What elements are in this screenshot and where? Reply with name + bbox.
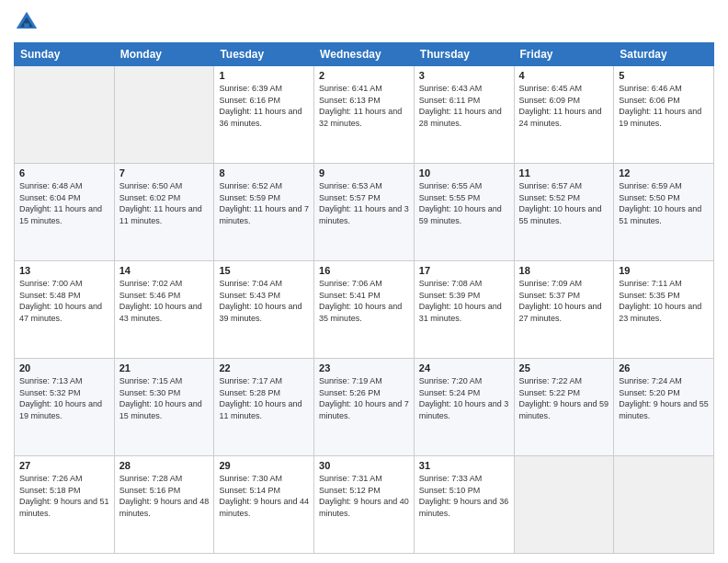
day-info: Sunrise: 7:19 AMSunset: 5:26 PMDaylight:… [319,375,409,421]
day-number: 23 [319,362,409,373]
calendar-week-row: 6Sunrise: 6:48 AMSunset: 6:04 PMDaylight… [15,164,714,261]
day-info: Sunrise: 6:50 AMSunset: 6:02 PMDaylight:… [119,180,210,226]
day-info: Sunrise: 7:17 AMSunset: 5:28 PMDaylight:… [219,375,309,421]
day-number: 17 [419,265,509,276]
day-number: 29 [219,460,309,471]
day-number: 9 [319,167,409,178]
day-info: Sunrise: 6:59 AMSunset: 5:50 PMDaylight:… [619,180,709,226]
calendar-cell: 1Sunrise: 6:39 AMSunset: 6:16 PMDaylight… [214,66,314,164]
calendar-cell: 5Sunrise: 6:46 AMSunset: 6:06 PMDaylight… [614,66,714,164]
calendar-cell: 9Sunrise: 6:53 AMSunset: 5:57 PMDaylight… [314,164,415,261]
day-number: 3 [419,70,509,81]
day-number: 2 [319,70,409,81]
day-number: 18 [519,265,609,276]
calendar-cell [15,66,115,164]
calendar-week-row: 20Sunrise: 7:13 AMSunset: 5:32 PMDayligh… [15,359,714,456]
calendar-cell: 18Sunrise: 7:09 AMSunset: 5:37 PMDayligh… [514,261,614,359]
day-number: 8 [219,167,309,178]
weekday-header: Wednesday [314,43,415,66]
calendar-cell: 3Sunrise: 6:43 AMSunset: 6:11 PMDaylight… [414,66,514,164]
calendar-cell: 30Sunrise: 7:31 AMSunset: 5:12 PMDayligh… [314,456,415,554]
day-info: Sunrise: 6:48 AMSunset: 6:04 PMDaylight:… [19,180,109,226]
day-number: 1 [219,70,309,81]
day-info: Sunrise: 6:57 AMSunset: 5:52 PMDaylight:… [519,180,609,226]
page: SundayMondayTuesdayWednesdayThursdayFrid… [0,0,728,563]
day-number: 13 [19,265,109,276]
day-info: Sunrise: 7:13 AMSunset: 5:32 PMDaylight:… [19,375,109,421]
day-info: Sunrise: 7:30 AMSunset: 5:14 PMDaylight:… [219,473,309,519]
logo-icon [14,9,40,35]
day-info: Sunrise: 7:09 AMSunset: 5:37 PMDaylight:… [519,278,609,324]
header [14,9,714,35]
calendar-cell: 2Sunrise: 6:41 AMSunset: 6:13 PMDaylight… [314,66,415,164]
day-number: 16 [319,265,409,276]
calendar-cell: 29Sunrise: 7:30 AMSunset: 5:14 PMDayligh… [214,456,314,554]
day-info: Sunrise: 6:55 AMSunset: 5:55 PMDaylight:… [419,180,509,226]
calendar-week-row: 1Sunrise: 6:39 AMSunset: 6:16 PMDaylight… [15,66,714,164]
day-number: 6 [19,167,109,178]
day-number: 25 [519,362,609,373]
weekday-header: Friday [514,43,614,66]
svg-rect-2 [24,23,29,29]
calendar-cell: 11Sunrise: 6:57 AMSunset: 5:52 PMDayligh… [514,164,614,261]
day-info: Sunrise: 7:06 AMSunset: 5:41 PMDaylight:… [319,278,409,324]
calendar-cell: 12Sunrise: 6:59 AMSunset: 5:50 PMDayligh… [614,164,714,261]
calendar-cell: 17Sunrise: 7:08 AMSunset: 5:39 PMDayligh… [414,261,514,359]
day-info: Sunrise: 6:45 AMSunset: 6:09 PMDaylight:… [519,83,609,129]
day-number: 15 [219,265,309,276]
day-number: 24 [419,362,509,373]
calendar-cell: 27Sunrise: 7:26 AMSunset: 5:18 PMDayligh… [15,456,115,554]
weekday-header: Sunday [15,43,115,66]
day-number: 21 [119,362,210,373]
calendar-cell [614,456,714,554]
logo [14,9,43,35]
day-info: Sunrise: 7:22 AMSunset: 5:22 PMDaylight:… [519,375,609,421]
day-number: 31 [419,460,509,471]
calendar-cell: 21Sunrise: 7:15 AMSunset: 5:30 PMDayligh… [114,359,214,456]
calendar-cell: 26Sunrise: 7:24 AMSunset: 5:20 PMDayligh… [614,359,714,456]
calendar-cell: 25Sunrise: 7:22 AMSunset: 5:22 PMDayligh… [514,359,614,456]
calendar-cell: 16Sunrise: 7:06 AMSunset: 5:41 PMDayligh… [314,261,415,359]
calendar-cell: 23Sunrise: 7:19 AMSunset: 5:26 PMDayligh… [314,359,415,456]
day-info: Sunrise: 7:24 AMSunset: 5:20 PMDaylight:… [619,375,709,421]
day-info: Sunrise: 7:02 AMSunset: 5:46 PMDaylight:… [119,278,210,324]
day-info: Sunrise: 6:43 AMSunset: 6:11 PMDaylight:… [419,83,509,129]
calendar-header-row: SundayMondayTuesdayWednesdayThursdayFrid… [15,43,714,66]
day-info: Sunrise: 7:11 AMSunset: 5:35 PMDaylight:… [619,278,709,324]
calendar-cell: 28Sunrise: 7:28 AMSunset: 5:16 PMDayligh… [114,456,214,554]
calendar-cell: 22Sunrise: 7:17 AMSunset: 5:28 PMDayligh… [214,359,314,456]
day-info: Sunrise: 7:08 AMSunset: 5:39 PMDaylight:… [419,278,509,324]
calendar-cell: 4Sunrise: 6:45 AMSunset: 6:09 PMDaylight… [514,66,614,164]
calendar-cell: 24Sunrise: 7:20 AMSunset: 5:24 PMDayligh… [414,359,514,456]
day-number: 28 [119,460,210,471]
calendar-cell: 15Sunrise: 7:04 AMSunset: 5:43 PMDayligh… [214,261,314,359]
day-number: 12 [619,167,709,178]
day-info: Sunrise: 6:46 AMSunset: 6:06 PMDaylight:… [619,83,709,129]
day-info: Sunrise: 6:53 AMSunset: 5:57 PMDaylight:… [319,180,409,226]
calendar-week-row: 13Sunrise: 7:00 AMSunset: 5:48 PMDayligh… [15,261,714,359]
day-number: 30 [319,460,409,471]
day-number: 27 [19,460,109,471]
day-info: Sunrise: 7:04 AMSunset: 5:43 PMDaylight:… [219,278,309,324]
day-number: 10 [419,167,509,178]
day-number: 19 [619,265,709,276]
weekday-header: Tuesday [214,43,314,66]
day-info: Sunrise: 7:20 AMSunset: 5:24 PMDaylight:… [419,375,509,421]
calendar-cell: 14Sunrise: 7:02 AMSunset: 5:46 PMDayligh… [114,261,214,359]
calendar-cell: 19Sunrise: 7:11 AMSunset: 5:35 PMDayligh… [614,261,714,359]
weekday-header: Monday [114,43,214,66]
calendar-cell: 10Sunrise: 6:55 AMSunset: 5:55 PMDayligh… [414,164,514,261]
day-info: Sunrise: 6:41 AMSunset: 6:13 PMDaylight:… [319,83,409,129]
day-number: 4 [519,70,609,81]
calendar-cell: 31Sunrise: 7:33 AMSunset: 5:10 PMDayligh… [414,456,514,554]
weekday-header: Thursday [414,43,514,66]
day-info: Sunrise: 7:28 AMSunset: 5:16 PMDaylight:… [119,473,210,519]
calendar-cell: 20Sunrise: 7:13 AMSunset: 5:32 PMDayligh… [15,359,115,456]
day-number: 14 [119,265,210,276]
day-info: Sunrise: 6:39 AMSunset: 6:16 PMDaylight:… [219,83,309,129]
day-info: Sunrise: 7:15 AMSunset: 5:30 PMDaylight:… [119,375,210,421]
calendar-cell [114,66,214,164]
day-number: 22 [219,362,309,373]
day-number: 26 [619,362,709,373]
day-info: Sunrise: 7:33 AMSunset: 5:10 PMDaylight:… [419,473,509,519]
